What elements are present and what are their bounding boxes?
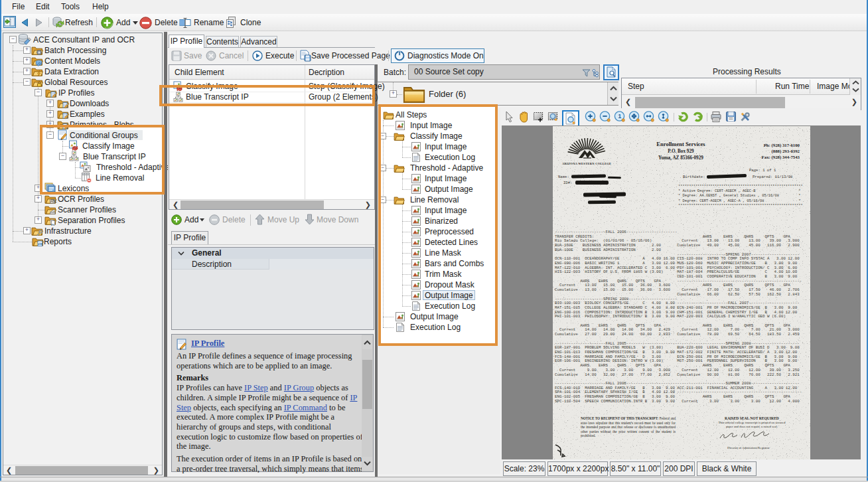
svg-text:ABC: ABC bbox=[50, 200, 57, 203]
svg-text:1: 1 bbox=[618, 113, 621, 120]
